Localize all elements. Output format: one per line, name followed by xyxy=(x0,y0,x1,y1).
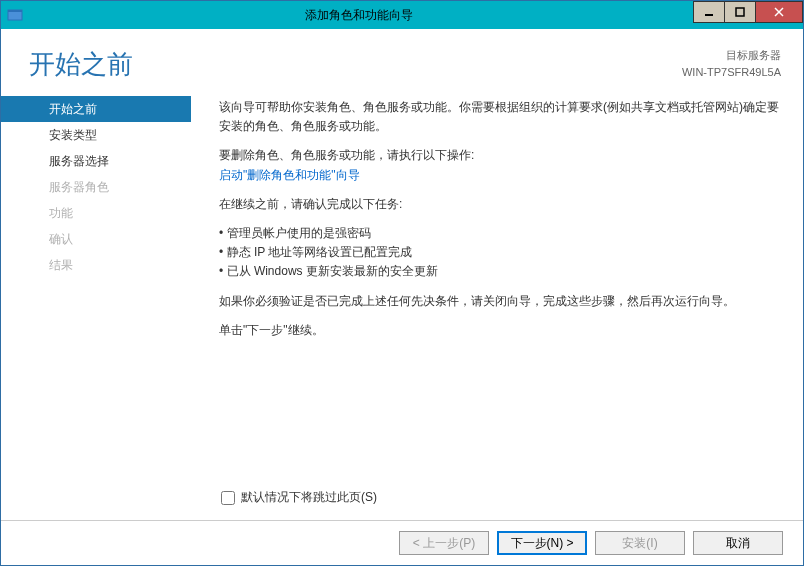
wizard-body: 开始之前 安装类型 服务器选择 服务器角色 功能 确认 结果 该向导可帮助你安装… xyxy=(1,92,803,481)
nav-before-begin[interactable]: 开始之前 xyxy=(1,96,191,122)
wizard-nav: 开始之前 安装类型 服务器选择 服务器角色 功能 确认 结果 xyxy=(1,92,191,481)
remove-section: 要删除角色、角色服务或功能，请执行以下操作: 启动"删除角色和功能"向导 xyxy=(219,146,779,184)
window-controls xyxy=(694,1,803,23)
maximize-button[interactable] xyxy=(724,1,756,23)
target-info: 目标服务器 WIN-TP7SFR49L5A xyxy=(682,47,781,80)
remove-label: 要删除角色、角色服务或功能，请执行以下操作: xyxy=(219,148,474,162)
cancel-button[interactable]: 取消 xyxy=(693,531,783,555)
nav-installation-type[interactable]: 安装类型 xyxy=(1,122,191,148)
page-title: 开始之前 xyxy=(29,47,133,82)
nav-results: 结果 xyxy=(1,252,191,278)
nav-server-roles: 服务器角色 xyxy=(1,174,191,200)
previous-button: < 上一步(P) xyxy=(399,531,489,555)
content-pane: 该向导可帮助你安装角色、角色服务或功能。你需要根据组织的计算要求(例如共享文档或… xyxy=(191,92,803,481)
window-app-icon xyxy=(7,7,23,23)
target-value: WIN-TP7SFR49L5A xyxy=(682,64,781,81)
intro-text: 该向导可帮助你安装角色、角色服务或功能。你需要根据组织的计算要求(例如共享文档或… xyxy=(219,98,779,136)
titlebar: 添加角色和功能向导 xyxy=(1,1,803,29)
next-button[interactable]: 下一步(N) > xyxy=(497,531,587,555)
skip-page-row: 默认情况下将跳过此页(S) xyxy=(1,481,803,520)
wizard-footer: < 上一步(P) 下一步(N) > 安装(I) 取消 xyxy=(1,520,803,565)
skip-page-checkbox[interactable] xyxy=(221,491,235,505)
task-item: 静态 IP 地址等网络设置已配置完成 xyxy=(219,243,779,262)
task-item: 管理员帐户使用的是强密码 xyxy=(219,224,779,243)
nav-features: 功能 xyxy=(1,200,191,226)
continue-note: 单击"下一步"继续。 xyxy=(219,321,779,340)
minimize-button[interactable] xyxy=(693,1,725,23)
window-title: 添加角色和功能向导 xyxy=(23,7,694,24)
nav-confirmation: 确认 xyxy=(1,226,191,252)
remove-roles-link[interactable]: 启动"删除角色和功能"向导 xyxy=(219,168,360,182)
skip-page-label: 默认情况下将跳过此页(S) xyxy=(241,489,377,506)
install-button: 安装(I) xyxy=(595,531,685,555)
task-list: 管理员帐户使用的是强密码 静态 IP 地址等网络设置已配置完成 已从 Windo… xyxy=(219,224,779,282)
pre-tasks-label: 在继续之前，请确认完成以下任务: xyxy=(219,195,779,214)
target-label: 目标服务器 xyxy=(682,47,781,64)
wizard-window: 添加角色和功能向导 开始之前 目标服务器 WIN-TP7SFR49L5A 开始之… xyxy=(0,0,804,566)
task-item: 已从 Windows 更新安装最新的安全更新 xyxy=(219,262,779,281)
close-button[interactable] xyxy=(755,1,803,23)
page-header: 开始之前 目标服务器 WIN-TP7SFR49L5A xyxy=(1,29,803,92)
svg-rect-3 xyxy=(736,8,744,16)
verify-note: 如果你必须验证是否已完成上述任何先决条件，请关闭向导，完成这些步骤，然后再次运行… xyxy=(219,292,779,311)
svg-rect-1 xyxy=(8,10,22,12)
nav-server-selection[interactable]: 服务器选择 xyxy=(1,148,191,174)
